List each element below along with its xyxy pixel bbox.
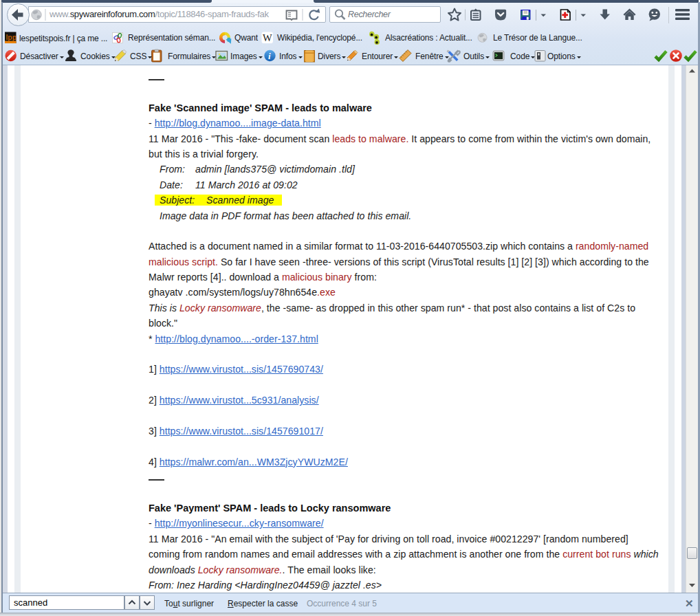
svg-text:i: i (268, 51, 271, 61)
svg-text:W: W (263, 32, 272, 43)
svg-text:lpp: lpp (6, 33, 17, 41)
